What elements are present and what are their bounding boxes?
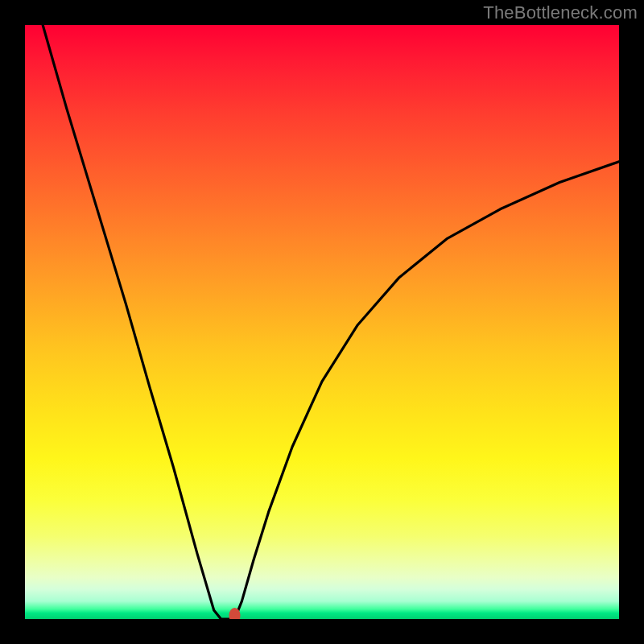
- bottleneck-curve: [25, 25, 619, 619]
- watermark-text: TheBottleneck.com: [483, 2, 638, 23]
- bottleneck-curve-path: [43, 25, 619, 619]
- chart-frame: TheBottleneck.com: [0, 0, 644, 644]
- plot-area: [25, 25, 619, 619]
